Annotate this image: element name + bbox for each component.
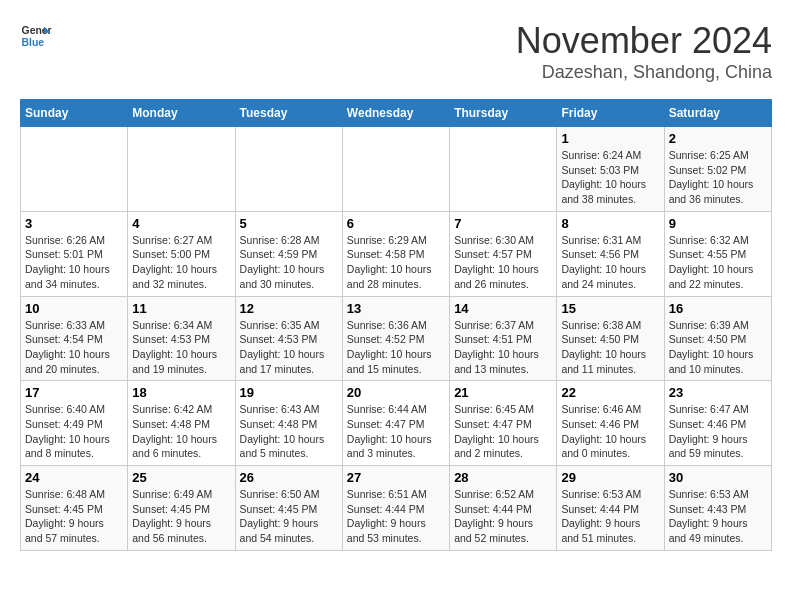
day-number: 15	[561, 301, 659, 316]
day-info: Sunrise: 6:28 AMSunset: 4:59 PMDaylight:…	[240, 233, 338, 292]
day-number: 3	[25, 216, 123, 231]
day-header-monday: Monday	[128, 100, 235, 127]
calendar-table: SundayMondayTuesdayWednesdayThursdayFrid…	[20, 99, 772, 551]
svg-text:Blue: Blue	[22, 37, 45, 48]
calendar-cell: 8Sunrise: 6:31 AMSunset: 4:56 PMDaylight…	[557, 211, 664, 296]
logo: General Blue	[20, 20, 52, 52]
day-info: Sunrise: 6:29 AMSunset: 4:58 PMDaylight:…	[347, 233, 445, 292]
day-number: 2	[669, 131, 767, 146]
header: General Blue November 2024 Dazeshan, Sha…	[20, 20, 772, 83]
day-info: Sunrise: 6:53 AMSunset: 4:43 PMDaylight:…	[669, 487, 767, 546]
day-number: 12	[240, 301, 338, 316]
calendar-cell: 26Sunrise: 6:50 AMSunset: 4:45 PMDayligh…	[235, 466, 342, 551]
day-info: Sunrise: 6:25 AMSunset: 5:02 PMDaylight:…	[669, 148, 767, 207]
day-number: 5	[240, 216, 338, 231]
calendar-cell: 14Sunrise: 6:37 AMSunset: 4:51 PMDayligh…	[450, 296, 557, 381]
day-info: Sunrise: 6:52 AMSunset: 4:44 PMDaylight:…	[454, 487, 552, 546]
calendar-body: 1Sunrise: 6:24 AMSunset: 5:03 PMDaylight…	[21, 127, 772, 551]
day-info: Sunrise: 6:42 AMSunset: 4:48 PMDaylight:…	[132, 402, 230, 461]
calendar-cell	[235, 127, 342, 212]
day-info: Sunrise: 6:33 AMSunset: 4:54 PMDaylight:…	[25, 318, 123, 377]
calendar-header-row: SundayMondayTuesdayWednesdayThursdayFrid…	[21, 100, 772, 127]
location-subtitle: Dazeshan, Shandong, China	[516, 62, 772, 83]
day-header-friday: Friday	[557, 100, 664, 127]
day-number: 20	[347, 385, 445, 400]
day-number: 4	[132, 216, 230, 231]
day-info: Sunrise: 6:51 AMSunset: 4:44 PMDaylight:…	[347, 487, 445, 546]
day-number: 27	[347, 470, 445, 485]
day-header-thursday: Thursday	[450, 100, 557, 127]
calendar-cell: 2Sunrise: 6:25 AMSunset: 5:02 PMDaylight…	[664, 127, 771, 212]
day-number: 16	[669, 301, 767, 316]
calendar-cell	[450, 127, 557, 212]
day-info: Sunrise: 6:46 AMSunset: 4:46 PMDaylight:…	[561, 402, 659, 461]
day-info: Sunrise: 6:34 AMSunset: 4:53 PMDaylight:…	[132, 318, 230, 377]
day-number: 28	[454, 470, 552, 485]
calendar-cell: 4Sunrise: 6:27 AMSunset: 5:00 PMDaylight…	[128, 211, 235, 296]
day-number: 22	[561, 385, 659, 400]
day-number: 19	[240, 385, 338, 400]
day-info: Sunrise: 6:43 AMSunset: 4:48 PMDaylight:…	[240, 402, 338, 461]
calendar-cell: 28Sunrise: 6:52 AMSunset: 4:44 PMDayligh…	[450, 466, 557, 551]
day-number: 21	[454, 385, 552, 400]
day-info: Sunrise: 6:32 AMSunset: 4:55 PMDaylight:…	[669, 233, 767, 292]
day-info: Sunrise: 6:44 AMSunset: 4:47 PMDaylight:…	[347, 402, 445, 461]
calendar-cell: 1Sunrise: 6:24 AMSunset: 5:03 PMDaylight…	[557, 127, 664, 212]
day-info: Sunrise: 6:50 AMSunset: 4:45 PMDaylight:…	[240, 487, 338, 546]
calendar-cell: 24Sunrise: 6:48 AMSunset: 4:45 PMDayligh…	[21, 466, 128, 551]
calendar-cell	[21, 127, 128, 212]
calendar-cell: 29Sunrise: 6:53 AMSunset: 4:44 PMDayligh…	[557, 466, 664, 551]
day-header-sunday: Sunday	[21, 100, 128, 127]
calendar-cell: 21Sunrise: 6:45 AMSunset: 4:47 PMDayligh…	[450, 381, 557, 466]
calendar-cell: 20Sunrise: 6:44 AMSunset: 4:47 PMDayligh…	[342, 381, 449, 466]
day-info: Sunrise: 6:40 AMSunset: 4:49 PMDaylight:…	[25, 402, 123, 461]
calendar-cell	[342, 127, 449, 212]
day-number: 13	[347, 301, 445, 316]
calendar-cell: 22Sunrise: 6:46 AMSunset: 4:46 PMDayligh…	[557, 381, 664, 466]
calendar-cell: 27Sunrise: 6:51 AMSunset: 4:44 PMDayligh…	[342, 466, 449, 551]
day-info: Sunrise: 6:39 AMSunset: 4:50 PMDaylight:…	[669, 318, 767, 377]
calendar-cell: 11Sunrise: 6:34 AMSunset: 4:53 PMDayligh…	[128, 296, 235, 381]
calendar-cell: 23Sunrise: 6:47 AMSunset: 4:46 PMDayligh…	[664, 381, 771, 466]
calendar-cell: 30Sunrise: 6:53 AMSunset: 4:43 PMDayligh…	[664, 466, 771, 551]
day-number: 6	[347, 216, 445, 231]
day-info: Sunrise: 6:48 AMSunset: 4:45 PMDaylight:…	[25, 487, 123, 546]
month-title: November 2024	[516, 20, 772, 62]
calendar-week-row: 3Sunrise: 6:26 AMSunset: 5:01 PMDaylight…	[21, 211, 772, 296]
day-info: Sunrise: 6:53 AMSunset: 4:44 PMDaylight:…	[561, 487, 659, 546]
day-info: Sunrise: 6:27 AMSunset: 5:00 PMDaylight:…	[132, 233, 230, 292]
day-header-saturday: Saturday	[664, 100, 771, 127]
day-number: 26	[240, 470, 338, 485]
day-info: Sunrise: 6:24 AMSunset: 5:03 PMDaylight:…	[561, 148, 659, 207]
day-number: 24	[25, 470, 123, 485]
calendar-cell	[128, 127, 235, 212]
day-number: 23	[669, 385, 767, 400]
day-number: 17	[25, 385, 123, 400]
calendar-cell: 18Sunrise: 6:42 AMSunset: 4:48 PMDayligh…	[128, 381, 235, 466]
day-number: 29	[561, 470, 659, 485]
day-number: 8	[561, 216, 659, 231]
day-info: Sunrise: 6:45 AMSunset: 4:47 PMDaylight:…	[454, 402, 552, 461]
day-info: Sunrise: 6:38 AMSunset: 4:50 PMDaylight:…	[561, 318, 659, 377]
calendar-cell: 10Sunrise: 6:33 AMSunset: 4:54 PMDayligh…	[21, 296, 128, 381]
day-header-tuesday: Tuesday	[235, 100, 342, 127]
calendar-week-row: 24Sunrise: 6:48 AMSunset: 4:45 PMDayligh…	[21, 466, 772, 551]
calendar-cell: 12Sunrise: 6:35 AMSunset: 4:53 PMDayligh…	[235, 296, 342, 381]
day-number: 11	[132, 301, 230, 316]
calendar-cell: 25Sunrise: 6:49 AMSunset: 4:45 PMDayligh…	[128, 466, 235, 551]
calendar-cell: 5Sunrise: 6:28 AMSunset: 4:59 PMDaylight…	[235, 211, 342, 296]
calendar-cell: 13Sunrise: 6:36 AMSunset: 4:52 PMDayligh…	[342, 296, 449, 381]
calendar-week-row: 17Sunrise: 6:40 AMSunset: 4:49 PMDayligh…	[21, 381, 772, 466]
calendar-week-row: 10Sunrise: 6:33 AMSunset: 4:54 PMDayligh…	[21, 296, 772, 381]
day-info: Sunrise: 6:36 AMSunset: 4:52 PMDaylight:…	[347, 318, 445, 377]
title-area: November 2024 Dazeshan, Shandong, China	[516, 20, 772, 83]
day-number: 18	[132, 385, 230, 400]
calendar-cell: 3Sunrise: 6:26 AMSunset: 5:01 PMDaylight…	[21, 211, 128, 296]
day-number: 25	[132, 470, 230, 485]
day-info: Sunrise: 6:26 AMSunset: 5:01 PMDaylight:…	[25, 233, 123, 292]
day-info: Sunrise: 6:35 AMSunset: 4:53 PMDaylight:…	[240, 318, 338, 377]
day-number: 9	[669, 216, 767, 231]
calendar-cell: 16Sunrise: 6:39 AMSunset: 4:50 PMDayligh…	[664, 296, 771, 381]
calendar-cell: 15Sunrise: 6:38 AMSunset: 4:50 PMDayligh…	[557, 296, 664, 381]
day-number: 7	[454, 216, 552, 231]
